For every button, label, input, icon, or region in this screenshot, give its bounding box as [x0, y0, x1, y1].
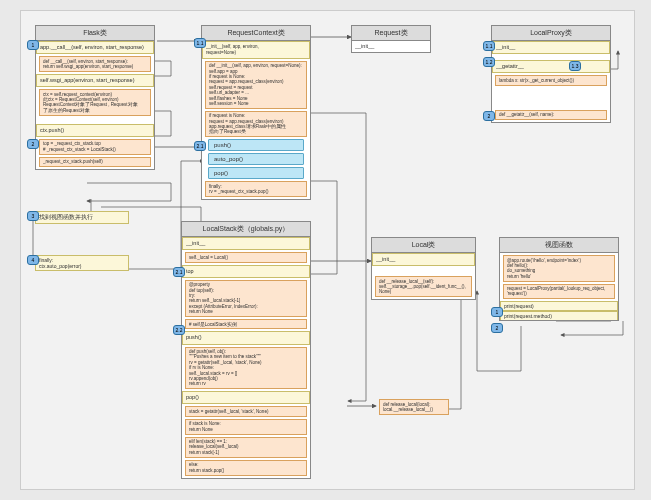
lp-init: __init__: [492, 41, 610, 54]
ls-pop-if: if stack is None: return None: [185, 419, 307, 435]
ls-pop: pop(): [182, 391, 310, 404]
ls-top-body: @property def top(self): try: return sel…: [185, 280, 307, 317]
rc-finally: finally: rv = _request_ctx_stack.pop(): [205, 181, 307, 197]
badge-rc-1-1: 1.1: [194, 38, 206, 48]
badge-vf-2: 2: [491, 323, 503, 333]
ls-top: top: [182, 265, 310, 278]
flask-call-row: app.__call__(self, environ, start_respon…: [36, 41, 154, 54]
rc-init-hdr: __init__(self, app, environ, request=Non…: [202, 41, 310, 59]
ls-pop-else: else: return stack.pop(): [185, 460, 307, 476]
class-title: 视图函数: [500, 238, 618, 253]
ls-init: __init__: [182, 237, 310, 250]
ls-push: push(): [182, 331, 310, 344]
rc-push-btn: push(): [208, 139, 304, 151]
ls-top-note: # self是LocalStack实例: [185, 319, 307, 329]
class-title: Flask类: [36, 26, 154, 41]
class-title: RequestContext类: [202, 26, 310, 41]
flask-wsgi-body: ctx = self.request_context(environ) 此ctx…: [39, 89, 151, 116]
release-local-snippet: def release_local(local): local.__releas…: [379, 399, 449, 415]
lp-getattr-body: def __getattr__(self, name):: [495, 110, 607, 120]
rc-auto-pop-btn: auto_pop(): [208, 153, 304, 165]
class-localstack: LocalStack类（globals.py） __init__ self._l…: [181, 221, 311, 479]
class-request-context: RequestContext类 __init__(self, app, envi…: [201, 25, 311, 200]
flask-ctx-push: ctx.push(): [36, 124, 154, 137]
ls-push-body: def push(self, obj): """Pushes a new ite…: [185, 347, 307, 390]
vf-p2: print(request.method): [500, 311, 618, 320]
ls-pop-stack: stack = getattr(self._local, 'stack', No…: [185, 406, 307, 416]
badge-lp-1-2: 1.2: [483, 57, 495, 67]
class-viewfn: 视图函数 @app.route('/hello', endpoint='inde…: [499, 237, 619, 321]
flask-wsgi-row: self.wsgi_app(environ, start_response): [36, 74, 154, 87]
vf-p1: print(request): [500, 301, 618, 311]
class-title: LocalProxy类: [492, 26, 610, 41]
finally-text: finally: ctx.auto_pop(error): [36, 256, 128, 270]
ls-pop-elif: elif len(stack) == 1: release_local(self…: [185, 437, 307, 458]
badge-4: 4: [27, 255, 39, 265]
rc-init-body: def __init__(self, app, environ, request…: [205, 61, 307, 109]
vf-body: @app.route('/hello', endpoint='index') d…: [503, 255, 615, 282]
ls-init-body: self._local = Local(): [185, 252, 307, 262]
local-init: __init__: [372, 253, 475, 266]
class-title: LocalStack类（globals.py）: [182, 222, 310, 237]
badge-lp-1-1: 1.1: [483, 41, 495, 51]
flask-dispatch: 找到视图函数并执行: [35, 211, 129, 224]
badge-ls-2-2: 2.2: [173, 325, 185, 335]
flask-call-body: def __call__(self, environ, start_respon…: [39, 56, 151, 72]
lp-getattr: __getattr__: [492, 60, 610, 73]
class-local: Local类 __init__ def __release_local__(se…: [371, 237, 476, 300]
badge-lp-1-3: 1.3: [569, 61, 581, 71]
class-title: Local类: [372, 238, 475, 253]
local-release: def __release_local__(self): self.__stor…: [375, 276, 472, 297]
badge-ls-2-1: 2.1: [173, 267, 185, 277]
rc-init-note: if request is None: request = app.reques…: [205, 111, 307, 138]
rc-pop-btn: pop(): [208, 167, 304, 179]
badge-1: 1: [27, 40, 39, 50]
class-flask: Flask类 app.__call__(self, environ, start…: [35, 25, 155, 170]
class-title: Request类: [352, 26, 430, 41]
class-request: Request类 __init__: [351, 25, 431, 53]
class-localproxy: LocalProxy类 __init__ __getattr__ lambda …: [491, 25, 611, 123]
badge-rc-2-1: 2.1: [194, 141, 206, 151]
badge-2: 2: [27, 139, 39, 149]
diagram-canvas: Flask类 app.__call__(self, environ, start…: [20, 10, 635, 490]
flask-ctx-push-line2: _request_ctx_stack.push(self): [39, 157, 151, 167]
dispatch-text: 找到视图函数并执行: [36, 212, 128, 223]
badge-lp-2: 2: [483, 111, 495, 121]
flask-ctx-push-body: top = _request_ctx_stack.top # _request_…: [39, 139, 151, 155]
request-init: __init__: [352, 41, 430, 52]
badge-3: 3: [27, 211, 39, 221]
vf-req-line: request = LocalProxy(partial(_lookup_req…: [503, 284, 615, 300]
lp-lambda: lambda x: str(x._get_current_object()): [495, 75, 607, 85]
badge-vf-1: 1: [491, 307, 503, 317]
flask-finally: finally: ctx.auto_pop(error): [35, 255, 129, 271]
